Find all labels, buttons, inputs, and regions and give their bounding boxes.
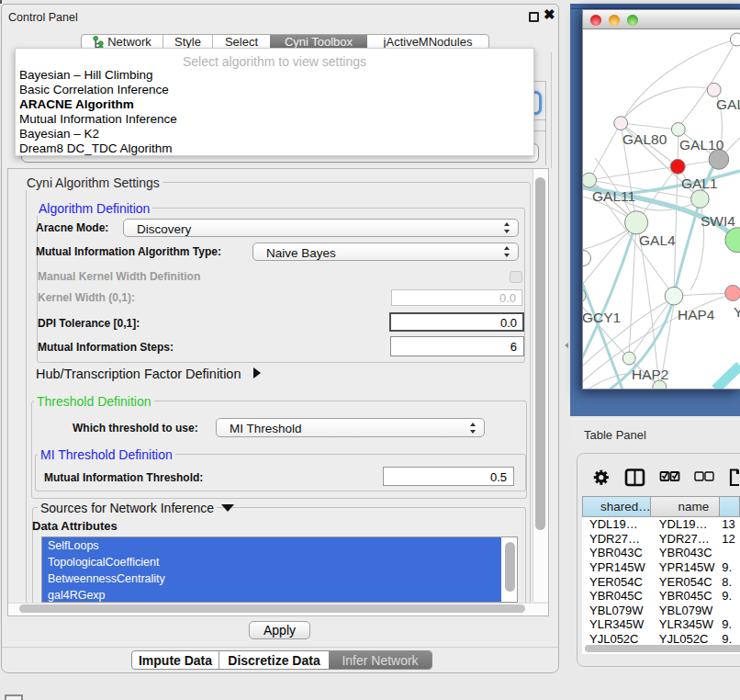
svg-text:GAL4: GAL4 bbox=[639, 232, 676, 248]
svg-text:GAL80: GAL80 bbox=[622, 131, 667, 147]
svg-text:GAL: GAL bbox=[716, 96, 740, 112]
svg-text:GAL1: GAL1 bbox=[681, 175, 718, 191]
svg-text:SWI4: SWI4 bbox=[701, 213, 735, 229]
svg-text:Y: Y bbox=[734, 304, 740, 320]
svg-text:GAL10: GAL10 bbox=[679, 137, 724, 152]
svg-text:GCY1: GCY1 bbox=[583, 310, 621, 325]
svg-text:HAP2: HAP2 bbox=[632, 367, 669, 382]
svg-text:HAP4: HAP4 bbox=[678, 307, 715, 322]
svg-text:GAL11: GAL11 bbox=[592, 188, 635, 204]
